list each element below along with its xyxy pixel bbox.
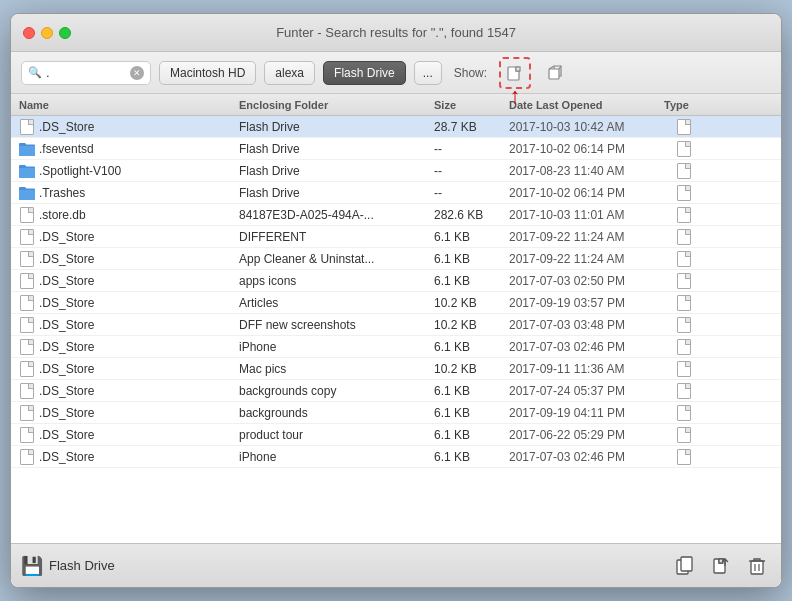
more-disks-button[interactable]: ... bbox=[414, 61, 442, 85]
hidden-file-icon bbox=[506, 64, 524, 82]
file-date: 2017-09-22 11:24 AM bbox=[509, 252, 664, 266]
file-date: 2017-09-11 11:36 AM bbox=[509, 362, 664, 376]
file-date: 2017-07-03 02:46 PM bbox=[509, 340, 664, 354]
file-folder: backgrounds bbox=[239, 406, 434, 420]
file-name: .Spotlight-V100 bbox=[39, 164, 239, 178]
file-size: 6.1 KB bbox=[434, 406, 509, 420]
file-size: 6.1 KB bbox=[434, 428, 509, 442]
table-row[interactable]: .DS_Store backgrounds copy 6.1 KB 2017-0… bbox=[11, 380, 781, 402]
file-date: 2017-09-19 03:57 PM bbox=[509, 296, 664, 310]
size-column-header: Size bbox=[434, 99, 509, 111]
cube-icon bbox=[546, 64, 564, 82]
table-row[interactable]: .fseventsd Flash Drive -- 2017-10-02 06:… bbox=[11, 138, 781, 160]
file-type bbox=[664, 273, 704, 289]
table-row[interactable]: .DS_Store apps icons 6.1 KB 2017-07-03 0… bbox=[11, 270, 781, 292]
file-icon bbox=[19, 229, 35, 245]
table-row[interactable]: .DS_Store iPhone 6.1 KB 2017-07-03 02:46… bbox=[11, 446, 781, 468]
file-date: 2017-07-03 02:46 PM bbox=[509, 450, 664, 464]
column-headers: Name Enclosing Folder Size Date Last Ope… bbox=[11, 94, 781, 116]
file-icon bbox=[19, 119, 35, 135]
file-date: 2017-07-03 03:48 PM bbox=[509, 318, 664, 332]
svg-rect-6 bbox=[681, 557, 692, 571]
file-icon bbox=[19, 361, 35, 377]
file-folder: DFF new screenshots bbox=[239, 318, 434, 332]
file-folder: iPhone bbox=[239, 340, 434, 354]
file-type bbox=[664, 141, 704, 157]
file-type bbox=[664, 295, 704, 311]
table-row[interactable]: .DS_Store DFF new screenshots 10.2 KB 20… bbox=[11, 314, 781, 336]
close-button[interactable] bbox=[23, 27, 35, 39]
file-name: .DS_Store bbox=[39, 296, 239, 310]
file-icon bbox=[19, 273, 35, 289]
file-list: .DS_Store Flash Drive 28.7 KB 2017-10-03… bbox=[11, 116, 781, 543]
table-row[interactable]: .DS_Store Flash Drive 28.7 KB 2017-10-03… bbox=[11, 116, 781, 138]
file-folder: Flash Drive bbox=[239, 120, 434, 134]
file-size: 6.1 KB bbox=[434, 340, 509, 354]
file-name: .DS_Store bbox=[39, 252, 239, 266]
table-row[interactable]: .DS_Store iPhone 6.1 KB 2017-07-03 02:46… bbox=[11, 336, 781, 358]
minimize-button[interactable] bbox=[41, 27, 53, 39]
file-type bbox=[664, 119, 704, 135]
file-date: 2017-10-03 10:42 AM bbox=[509, 120, 664, 134]
file-icon bbox=[19, 449, 35, 465]
status-reveal-button[interactable] bbox=[707, 552, 735, 580]
file-icon bbox=[19, 251, 35, 267]
show-in-finder-icon-button[interactable] bbox=[541, 59, 569, 87]
file-size: -- bbox=[434, 142, 509, 156]
file-type bbox=[664, 361, 704, 377]
search-input[interactable] bbox=[46, 65, 126, 80]
svg-rect-9 bbox=[751, 561, 763, 574]
file-icon bbox=[19, 427, 35, 443]
table-row[interactable]: .DS_Store DIFFERENT 6.1 KB 2017-09-22 11… bbox=[11, 226, 781, 248]
copy-icon bbox=[676, 556, 694, 576]
file-folder: Articles bbox=[239, 296, 434, 310]
file-date: 2017-07-03 02:50 PM bbox=[509, 274, 664, 288]
file-date: 2017-08-23 11:40 AM bbox=[509, 164, 664, 178]
status-right bbox=[671, 552, 771, 580]
table-row[interactable]: .DS_Store product tour 6.1 KB 2017-06-22… bbox=[11, 424, 781, 446]
file-date: 2017-09-22 11:24 AM bbox=[509, 230, 664, 244]
drive-status-icon: 💾 bbox=[21, 555, 43, 577]
status-delete-button[interactable] bbox=[743, 552, 771, 580]
status-drive-name: Flash Drive bbox=[49, 558, 115, 573]
traffic-lights bbox=[23, 27, 71, 39]
table-row[interactable]: .DS_Store Mac pics 10.2 KB 2017-09-11 11… bbox=[11, 358, 781, 380]
table-row[interactable]: .DS_Store backgrounds 6.1 KB 2017-09-19 … bbox=[11, 402, 781, 424]
folder-icon bbox=[19, 163, 35, 179]
file-date: 2017-10-02 06:14 PM bbox=[509, 142, 664, 156]
file-date: 2017-06-22 05:29 PM bbox=[509, 428, 664, 442]
file-type bbox=[664, 405, 704, 421]
file-date: 2017-10-02 06:14 PM bbox=[509, 186, 664, 200]
file-type bbox=[664, 427, 704, 443]
file-name: .Trashes bbox=[39, 186, 239, 200]
alexa-button[interactable]: alexa bbox=[264, 61, 315, 85]
table-row[interactable]: .DS_Store Articles 10.2 KB 2017-09-19 03… bbox=[11, 292, 781, 314]
reveal-icon bbox=[712, 556, 730, 576]
file-type bbox=[664, 251, 704, 267]
macintosh-hd-button[interactable]: Macintosh HD bbox=[159, 61, 256, 85]
file-icon bbox=[19, 339, 35, 355]
file-type bbox=[664, 317, 704, 333]
table-row[interactable]: .store.db 84187E3D-A025-494A-... 282.6 K… bbox=[11, 204, 781, 226]
file-folder: iPhone bbox=[239, 450, 434, 464]
file-name: .DS_Store bbox=[39, 340, 239, 354]
folder-icon bbox=[19, 185, 35, 201]
statusbar: 💾 Flash Drive bbox=[11, 543, 781, 587]
flash-drive-button[interactable]: Flash Drive bbox=[323, 61, 406, 85]
file-folder: Flash Drive bbox=[239, 164, 434, 178]
file-folder: product tour bbox=[239, 428, 434, 442]
file-folder: backgrounds copy bbox=[239, 384, 434, 398]
maximize-button[interactable] bbox=[59, 27, 71, 39]
file-folder: Mac pics bbox=[239, 362, 434, 376]
file-name: .DS_Store bbox=[39, 450, 239, 464]
search-clear-button[interactable]: ✕ bbox=[130, 66, 144, 80]
status-copy-button[interactable] bbox=[671, 552, 699, 580]
file-date: 2017-09-19 04:11 PM bbox=[509, 406, 664, 420]
file-folder: 84187E3D-A025-494A-... bbox=[239, 208, 434, 222]
toolbar: 🔍 ✕ Macintosh HD alexa Flash Drive ... S… bbox=[11, 52, 781, 94]
file-icon bbox=[19, 295, 35, 311]
table-row[interactable]: .DS_Store App Cleaner & Uninstat... 6.1 … bbox=[11, 248, 781, 270]
file-folder: App Cleaner & Uninstat... bbox=[239, 252, 434, 266]
table-row[interactable]: .Spotlight-V100 Flash Drive -- 2017-08-2… bbox=[11, 160, 781, 182]
table-row[interactable]: .Trashes Flash Drive -- 2017-10-02 06:14… bbox=[11, 182, 781, 204]
